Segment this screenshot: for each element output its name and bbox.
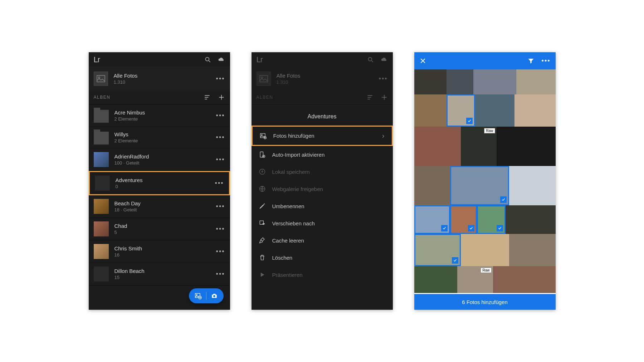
raw-badge: Raw — [480, 268, 491, 273]
album-row[interactable]: AdrienRadford100 · Geteilt••• — [89, 148, 230, 171]
photo-grid[interactable]: RawRaw — [414, 69, 556, 294]
gallery-photo[interactable] — [414, 205, 450, 234]
album-subtitle: 16 — [114, 252, 210, 258]
add-photos-button[interactable]: 6 Fotos hinzufügen — [414, 294, 556, 310]
more-icon[interactable]: ••• — [216, 134, 225, 141]
gallery-photo[interactable] — [493, 266, 556, 293]
album-thumbnail — [94, 266, 109, 282]
gallery-photo[interactable]: Raw — [461, 127, 497, 166]
folder-icon — [94, 132, 109, 145]
add-album-icon[interactable] — [218, 94, 225, 101]
gallery-row — [414, 205, 556, 234]
svg-rect-5 — [205, 97, 208, 98]
gallery-photo[interactable] — [450, 205, 477, 234]
gallery-photo[interactable] — [509, 166, 556, 205]
gallery-photo[interactable] — [497, 127, 556, 166]
gallery-photo[interactable] — [516, 69, 556, 94]
album-row[interactable]: Willys2 Elemente••• — [89, 127, 230, 148]
add-photos-label: 6 Fotos hinzufügen — [462, 299, 508, 305]
camera-icon — [211, 292, 218, 299]
gallery-photo[interactable] — [414, 234, 461, 266]
gallery-photo[interactable] — [414, 69, 447, 94]
album-thumbnail — [94, 221, 109, 236]
album-row[interactable]: Adventures0••• — [89, 171, 230, 195]
search-icon[interactable] — [204, 56, 211, 63]
menu-item-download: Lokal speichern — [252, 163, 393, 180]
add-photo-fab[interactable] — [189, 288, 224, 303]
all-photos-title: Alle Fotos — [114, 73, 210, 79]
gallery-row — [414, 94, 556, 127]
album-row[interactable]: Chad5••• — [89, 218, 230, 240]
menu-item-play: Präsentieren — [252, 266, 393, 283]
album-name: Chris Smith — [114, 245, 210, 251]
all-photos-count: 1.310 — [277, 79, 373, 85]
app-header: Lr — [252, 52, 393, 67]
more-icon[interactable]: ••• — [216, 270, 225, 278]
gallery-photo[interactable] — [414, 94, 447, 127]
more-icon[interactable]: ••• — [215, 180, 224, 187]
gallery-photo[interactable] — [506, 205, 556, 234]
check-icon — [441, 225, 448, 231]
app-logo: Lr — [257, 55, 263, 64]
cloud-icon[interactable] — [218, 56, 225, 63]
more-icon[interactable]: ••• — [542, 57, 551, 65]
close-icon[interactable] — [419, 57, 426, 64]
gallery-photo[interactable] — [447, 69, 473, 94]
menu-item-label: Webgalerie freigeben — [272, 186, 323, 192]
gallery-photo[interactable] — [461, 234, 509, 266]
menu-item-broom[interactable]: Cache leeren — [252, 232, 393, 249]
gallery-photo[interactable] — [414, 127, 461, 166]
download-icon — [259, 168, 266, 175]
albums-list: Acre Nimbus2 Elemente•••Willys2 Elemente… — [89, 105, 230, 285]
album-row[interactable]: Beach Day18 · Geteilt••• — [89, 195, 230, 218]
menu-item-pencil[interactable]: Umbenennen — [252, 197, 393, 215]
trash-icon — [259, 254, 266, 261]
filter-icon[interactable] — [527, 57, 535, 64]
album-row[interactable]: Dillon Beach15••• — [89, 263, 230, 285]
gallery-photo[interactable] — [475, 94, 514, 127]
gallery-photo[interactable] — [477, 205, 506, 234]
gallery-photo[interactable] — [414, 266, 457, 293]
menu-item-add-photo[interactable]: Fotos hinzufügen› — [252, 126, 393, 146]
gallery-row — [414, 166, 556, 205]
more-icon[interactable]: ••• — [216, 112, 225, 119]
more-icon[interactable]: ••• — [216, 248, 225, 255]
all-photos-row[interactable]: Alle Fotos 1.310 ••• — [89, 67, 230, 90]
more-icon[interactable]: ••• — [216, 75, 225, 83]
gallery-photo[interactable] — [447, 94, 475, 127]
svg-line-16 — [371, 60, 373, 62]
svg-point-10 — [196, 294, 197, 295]
gallery-photo[interactable]: Raw — [457, 266, 493, 293]
more-icon[interactable]: ••• — [216, 225, 225, 233]
album-row[interactable]: Acre Nimbus2 Elemente••• — [89, 105, 230, 127]
menu-item-label: Umbenennen — [272, 203, 304, 209]
album-row[interactable]: Chris Smith16••• — [89, 240, 230, 263]
album-subtitle: 5 — [114, 230, 210, 235]
add-photo-icon — [195, 292, 202, 299]
gallery-photo[interactable] — [473, 69, 516, 94]
folder-icon — [94, 110, 109, 123]
gallery-photo[interactable] — [414, 166, 450, 205]
album-subtitle: 0 — [116, 184, 209, 189]
menu-item-trash[interactable]: Löschen — [252, 249, 393, 266]
cloud-icon — [381, 56, 388, 63]
lightroom-album-menu-screen: Lr Alle Fotos 1.310 ••• ALBEN — [252, 52, 393, 310]
context-menu-title: Adventures — [252, 105, 393, 126]
svg-rect-24 — [260, 133, 265, 138]
gallery-photo[interactable] — [514, 94, 556, 127]
chevron-right-icon: › — [382, 132, 385, 140]
app-header: Lr — [89, 52, 230, 67]
menu-item-label: Cache leeren — [272, 238, 304, 244]
gallery-photo[interactable] — [450, 166, 509, 205]
menu-item-move[interactable]: Verschieben nach — [252, 215, 393, 232]
more-icon[interactable]: ••• — [216, 203, 225, 210]
menu-item-label: Fotos hinzufügen — [273, 133, 314, 139]
section-title: ALBEN — [94, 95, 111, 100]
menu-item-auto-import[interactable]: Auto-Import aktivieren — [252, 146, 393, 163]
sort-icon[interactable] — [204, 94, 211, 101]
svg-rect-20 — [367, 97, 371, 98]
more-icon[interactable]: ••• — [216, 156, 225, 163]
play-icon — [259, 271, 266, 278]
gallery-photo[interactable] — [509, 234, 556, 266]
album-subtitle: 100 · Geteilt — [114, 160, 210, 166]
